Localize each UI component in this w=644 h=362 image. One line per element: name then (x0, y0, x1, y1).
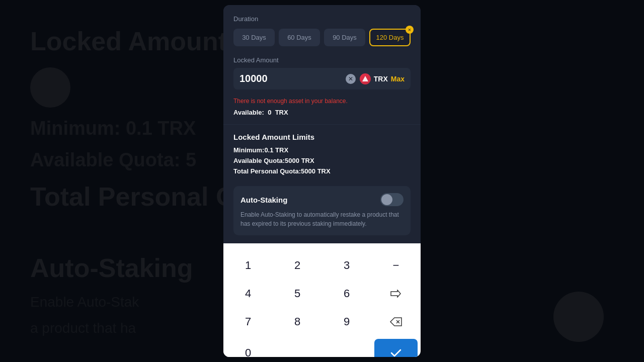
key-empty-1 (273, 336, 322, 357)
minimum-value: 0.1 TRX (264, 146, 288, 154)
available-row: Available: 0 TRX (223, 107, 421, 124)
locked-amount-label: Locked Amount (233, 56, 411, 64)
token-name: TRX (374, 75, 388, 83)
minimum-row: Minimum:0.1 TRX (233, 146, 411, 154)
tab-30-days[interactable]: 30 Days (233, 29, 275, 46)
toggle-knob (381, 194, 392, 205)
available-value: 0 (268, 109, 271, 116)
key-0[interactable]: 0 (223, 336, 273, 357)
max-button[interactable]: Max (391, 75, 405, 83)
key-1[interactable]: 1 (223, 251, 273, 280)
key-7[interactable]: 7 (223, 308, 273, 336)
available-label: Available: (233, 109, 264, 116)
tab-90-days[interactable]: 90 Days (324, 29, 365, 46)
modal-panel: Duration 30 Days 60 Days 90 Days 120 Day… (223, 5, 421, 357)
key-9[interactable]: 9 (322, 308, 371, 336)
modal-top: Duration 30 Days 60 Days 90 Days 120 Day… (223, 5, 421, 56)
key-5[interactable]: 5 (273, 280, 322, 308)
minimum-label: Minimum: (233, 146, 264, 154)
autostaking-header: Auto-Staking (240, 193, 404, 206)
autostaking-title: Auto-Staking (240, 196, 287, 204)
autostaking-toggle[interactable] (380, 193, 404, 206)
key-6[interactable]: 6 (322, 280, 371, 308)
tab-120-days[interactable]: 120 Days (369, 29, 411, 46)
error-message: There is not enough asset in your balanc… (223, 98, 421, 107)
token-row: TRX Max (360, 73, 405, 84)
keypad-grid: 1 2 3 − 4 5 6 7 8 9 0 (223, 251, 421, 357)
total-quota-row: Total Personal Quota:5000 TRX (233, 167, 411, 175)
available-token: TRX (275, 109, 288, 116)
autostaking-description: Enable Auto-Staking to automatically res… (240, 210, 404, 228)
limits-title: Locked Amount Limits (233, 133, 411, 141)
amount-input-row[interactable]: 10000 ✕ TRX Max (233, 68, 411, 89)
key-8[interactable]: 8 (273, 308, 322, 336)
numeric-keypad: 1 2 3 − 4 5 6 7 8 9 0 (223, 243, 421, 357)
available-quota-value: 5000 TRX (285, 157, 314, 164)
duration-label: Duration (233, 15, 411, 23)
trx-icon (360, 73, 371, 84)
key-4[interactable]: 4 (223, 280, 273, 308)
trx-symbol (362, 75, 369, 82)
tab-icon (390, 290, 401, 298)
key-tab[interactable] (371, 280, 421, 308)
limits-section: Locked Amount Limits Minimum:0.1 TRX Ava… (223, 124, 421, 186)
svg-marker-0 (362, 76, 368, 81)
locked-amount-section: Locked Amount 10000 ✕ TRX Max (223, 56, 421, 98)
available-quota-label: Available Quota: (233, 157, 285, 164)
clear-icon[interactable]: ✕ (346, 74, 356, 84)
total-quota-value: 5000 TRX (301, 167, 331, 175)
tab-60-days[interactable]: 60 Days (279, 29, 320, 46)
key-empty-2 (322, 336, 371, 357)
key-3[interactable]: 3 (322, 251, 371, 280)
key-2[interactable]: 2 (273, 251, 322, 280)
key-confirm[interactable] (374, 339, 418, 357)
key-backspace[interactable] (371, 308, 421, 336)
backspace-icon (389, 317, 403, 327)
duration-tabs: 30 Days 60 Days 90 Days 120 Days (233, 29, 411, 46)
available-quota-row: Available Quota:5000 TRX (233, 157, 411, 164)
amount-value: 10000 (239, 73, 342, 84)
key-minus[interactable]: − (371, 251, 421, 280)
autostaking-section: Auto-Staking Enable Auto-Staking to auto… (233, 186, 411, 235)
checkmark-icon (390, 349, 401, 357)
total-quota-label: Total Personal Quota: (233, 167, 301, 175)
